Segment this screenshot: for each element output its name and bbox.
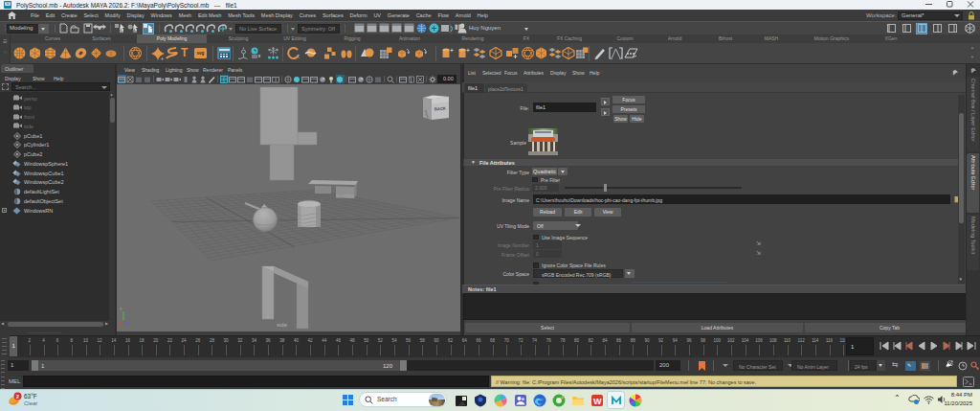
svg-text:2: 2 — [16, 394, 19, 400]
svg-text:side: side — [277, 322, 288, 328]
svg-text:W: W — [593, 396, 602, 405]
svg-text:Y: Y — [120, 307, 122, 311]
